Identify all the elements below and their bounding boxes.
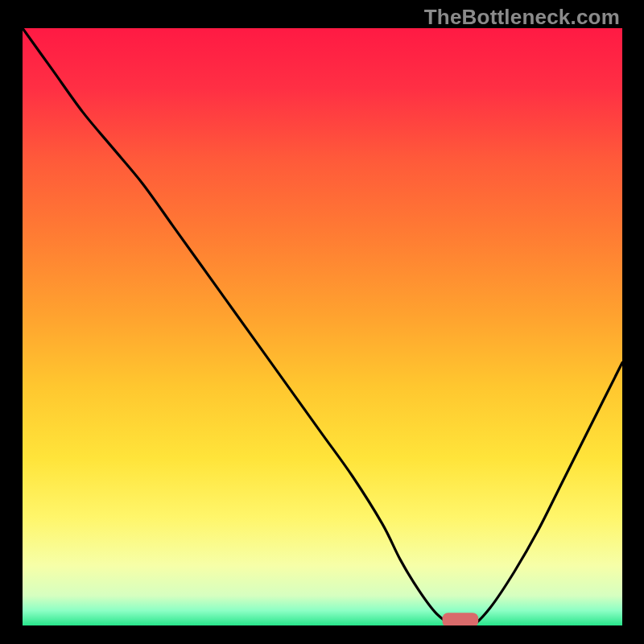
gradient-background xyxy=(23,28,622,625)
chart-frame: TheBottleneck.com xyxy=(0,0,644,644)
optimal-marker xyxy=(443,613,479,625)
bottleneck-chart xyxy=(23,28,622,625)
plot-area xyxy=(23,28,622,625)
watermark-label: TheBottleneck.com xyxy=(424,5,620,30)
